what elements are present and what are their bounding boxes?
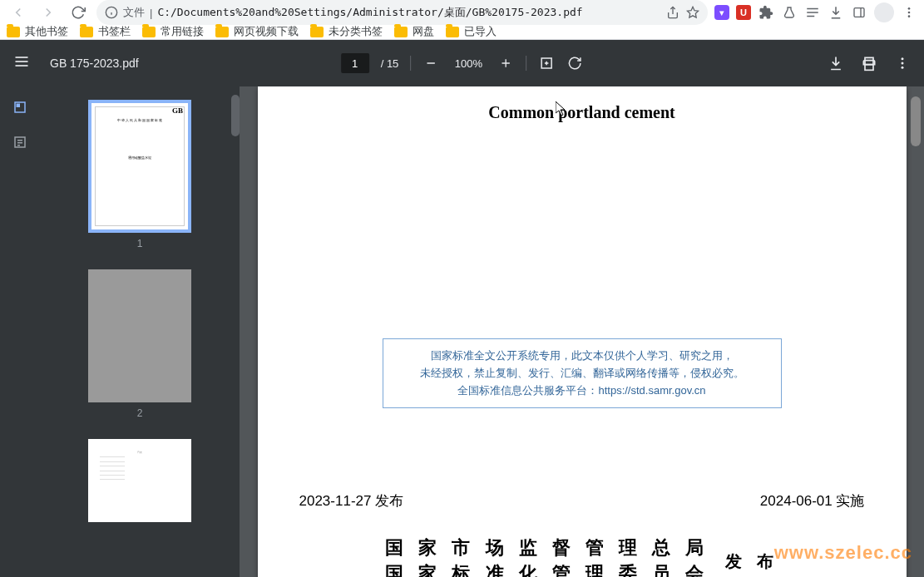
fit-page-icon bbox=[539, 56, 554, 71]
thumbnails-panel[interactable]: GB 中华人民共和国国家标准 通用硅酸盐水泥 1 2 目 次 —————————… bbox=[40, 86, 240, 577]
effective-date: 2024-06-01 实施 bbox=[760, 491, 865, 510]
zoom-out-button[interactable] bbox=[422, 57, 439, 70]
document-title-en: Common portland cement bbox=[291, 103, 873, 122]
reload-icon bbox=[71, 5, 86, 20]
bookmark-item[interactable]: 已导入 bbox=[446, 25, 497, 39]
page-scrollbar[interactable] bbox=[911, 96, 921, 146]
arrow-left-icon bbox=[11, 5, 26, 20]
zoom-level: 100% bbox=[451, 57, 486, 70]
bookmark-item[interactable]: 网页视频下载 bbox=[215, 25, 299, 39]
bookmark-item[interactable]: 书签栏 bbox=[80, 25, 131, 39]
folder-icon bbox=[310, 27, 324, 37]
svg-point-25 bbox=[902, 67, 904, 69]
browser-menu-icon[interactable] bbox=[901, 4, 917, 21]
nav-forward-button[interactable] bbox=[37, 1, 60, 24]
thumbs-scrollbar[interactable] bbox=[231, 95, 240, 136]
pdf-body: GB 中华人民共和国国家标准 通用硅酸盐水泥 1 2 目 次 —————————… bbox=[0, 86, 924, 577]
profile-avatar[interactable] bbox=[874, 2, 894, 22]
pdf-viewer: GB 175-2023.pdf / 15 100% bbox=[0, 40, 924, 577]
nav-reload-button[interactable] bbox=[67, 1, 90, 24]
outline-view-icon[interactable] bbox=[12, 135, 27, 153]
thumb-number: 2 bbox=[137, 407, 143, 419]
svg-marker-4 bbox=[687, 7, 698, 17]
thumb-number: 1 bbox=[137, 238, 143, 249]
bookmark-star-icon[interactable] bbox=[686, 6, 699, 19]
svg-rect-8 bbox=[854, 8, 864, 17]
svg-point-10 bbox=[908, 7, 911, 10]
bookmarks-bar: 其他书签 书签栏 常用链接 网页视频下载 未分类书签 网盘 已导入 bbox=[0, 25, 924, 40]
bookmark-item[interactable]: 其他书签 bbox=[7, 25, 68, 39]
rotate-button[interactable] bbox=[566, 56, 583, 71]
zoom-in-button[interactable] bbox=[497, 57, 514, 70]
svg-rect-22 bbox=[865, 65, 873, 71]
thumbnail-2[interactable]: 2 bbox=[40, 269, 240, 419]
downloads-icon[interactable] bbox=[828, 4, 844, 21]
print-icon bbox=[861, 55, 877, 72]
fit-page-button[interactable] bbox=[538, 56, 555, 71]
folder-icon bbox=[7, 27, 20, 37]
thumbnail-3[interactable]: 目 次 ————————————————————————————————————… bbox=[40, 439, 240, 522]
minus-icon bbox=[424, 57, 437, 70]
pdf-filename: GB 175-2023.pdf bbox=[50, 57, 139, 70]
page-total: / 15 bbox=[381, 57, 399, 70]
more-vertical-icon bbox=[895, 56, 910, 71]
svg-point-23 bbox=[902, 57, 904, 60]
notice-link[interactable]: https://std.samr.gov.cn bbox=[598, 384, 705, 397]
folder-icon bbox=[80, 27, 93, 37]
rotate-icon bbox=[567, 56, 582, 71]
reading-list-icon[interactable] bbox=[804, 4, 821, 21]
notice-line-1: 国家标准全文公开系统专用，此文本仅供个人学习、研究之用， bbox=[393, 348, 771, 365]
publishing-organization: 国 家 市 场 监 督 管 理 总 局 国 家 标 准 化 管 理 委 员 会 … bbox=[291, 535, 873, 577]
svg-point-24 bbox=[902, 62, 904, 65]
nav-back-button[interactable] bbox=[7, 1, 30, 24]
pdf-page-area[interactable]: Common portland cement 国家标准全文公开系统专用，此文本仅… bbox=[240, 86, 924, 577]
address-bar[interactable]: 文件 | C:/Documents%20and%20Settings/Admin… bbox=[96, 0, 708, 25]
folder-icon bbox=[394, 27, 408, 37]
page-number-input[interactable] bbox=[341, 53, 369, 73]
hamburger-icon bbox=[13, 53, 30, 70]
dates-row: 2023-11-27 发布 2024-06-01 实施 bbox=[291, 491, 873, 510]
publish-date: 2023-11-27 发布 bbox=[299, 491, 404, 510]
extension-purple-icon[interactable]: ▾ bbox=[714, 5, 729, 20]
svg-point-11 bbox=[908, 12, 911, 14]
thumbnails-view-icon[interactable] bbox=[12, 100, 27, 118]
bookmark-item[interactable]: 网盘 bbox=[394, 25, 434, 39]
download-button[interactable] bbox=[828, 55, 844, 72]
info-icon bbox=[105, 6, 118, 19]
bookmark-item[interactable]: 常用链接 bbox=[142, 25, 204, 39]
browser-nav-bar: 文件 | C:/Documents%20and%20Settings/Admin… bbox=[0, 0, 924, 25]
notice-line-3: 全国标准信息公共服务平台：https://std.samr.gov.cn bbox=[393, 382, 771, 400]
sidepanel-icon[interactable] bbox=[851, 4, 867, 21]
download-icon bbox=[828, 55, 844, 72]
copyright-notice-box: 国家标准全文公开系统专用，此文本仅供个人学习、研究之用， 未经授权，禁止复制、发… bbox=[383, 338, 782, 408]
folder-icon bbox=[215, 27, 229, 37]
url-text: C:/Documents%20and%20Settings/Administra… bbox=[157, 5, 661, 20]
arrow-right-icon bbox=[41, 5, 56, 20]
share-icon[interactable] bbox=[666, 6, 679, 19]
svg-rect-27 bbox=[17, 104, 19, 106]
extension-ublock-icon[interactable]: U bbox=[736, 5, 751, 20]
folder-icon bbox=[446, 27, 459, 37]
svg-point-12 bbox=[908, 15, 911, 17]
notice-line-2: 未经授权，禁止复制、发行、汇编、翻译或网络传播等，侵权必究。 bbox=[393, 365, 771, 382]
plus-icon bbox=[499, 57, 512, 70]
pdf-menu-button[interactable] bbox=[13, 53, 33, 73]
folder-icon bbox=[142, 27, 156, 37]
bookmark-item[interactable]: 未分类书签 bbox=[310, 25, 383, 39]
print-button[interactable] bbox=[861, 55, 877, 72]
extensions-puzzle-icon[interactable] bbox=[758, 4, 774, 21]
pdf-more-button[interactable] bbox=[894, 56, 911, 71]
thumbnail-1[interactable]: GB 中华人民共和国国家标准 通用硅酸盐水泥 1 bbox=[40, 100, 240, 249]
extension-flask-icon[interactable] bbox=[781, 4, 798, 21]
url-label: 文件 bbox=[123, 5, 145, 20]
pdf-side-tools bbox=[0, 86, 40, 577]
pdf-toolbar: GB 175-2023.pdf / 15 100% bbox=[0, 40, 924, 86]
pdf-page-1: Common portland cement 国家标准全文公开系统专用，此文本仅… bbox=[258, 86, 907, 577]
